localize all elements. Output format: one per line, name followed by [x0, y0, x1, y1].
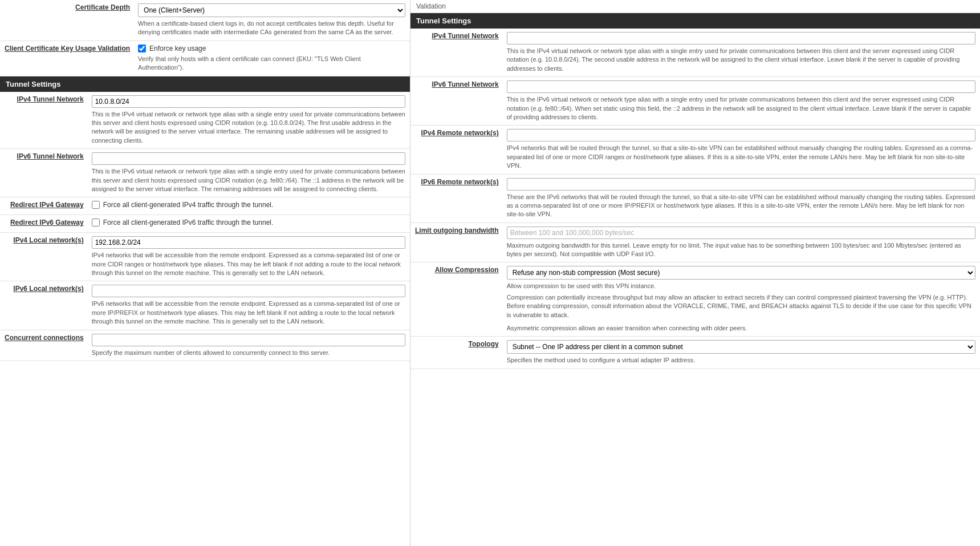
left-ipv4-tunnel-label: IPv4 Tunnel Network	[0, 92, 90, 149]
right-tunnel-settings-table: IPv4 Tunnel Network This is the IPv4 vir…	[410, 29, 980, 369]
left-ipv4-local-label: IPv4 Local network(s)	[0, 233, 90, 281]
right-ipv6-remote-row: IPv6 Remote network(s) These are the IPv…	[410, 174, 980, 223]
left-panel: Certificate Depth One (Client+Server) Wh…	[0, 0, 410, 546]
client-cert-key-row: Client Certificate Key Usage Validation …	[0, 41, 410, 76]
left-ipv4-tunnel-row: IPv4 Tunnel Network This is the IPv4 vir…	[0, 92, 410, 149]
right-ipv4-remote-input[interactable]	[507, 129, 975, 141]
left-redirect-ipv4-field: Force all client-generated IPv4 traffic …	[90, 197, 410, 215]
redirect-ipv6-checkbox-row: Force all client-generated IPv6 traffic …	[92, 219, 405, 227]
left-redirect-ipv6-field: Force all client-generated IPv6 traffic …	[90, 215, 410, 233]
left-ipv4-local-row: IPv4 Local network(s) IPv4 networks that…	[0, 233, 410, 281]
right-allow-compression-help3: Asymmetric compression allows an easier …	[507, 324, 975, 333]
redirect-ipv4-checkbox[interactable]	[92, 201, 100, 209]
left-ipv6-tunnel-row: IPv6 Tunnel Network This is the IPv6 vir…	[0, 149, 410, 197]
cert-depth-select[interactable]: One (Client+Server)	[138, 3, 405, 17]
cert-depth-field: One (Client+Server) When a certificate-b…	[136, 0, 410, 41]
right-allow-compression-label: Allow Compression	[410, 262, 505, 337]
right-topology-field: Subnet -- One IP address per client in a…	[505, 337, 980, 369]
right-allow-compression-help1: Allow compression to be used with this V…	[507, 282, 975, 290]
right-allow-compression-select[interactable]: Refuse any non-stub compression (Most se…	[507, 266, 975, 280]
right-topology-row: Topology Subnet -- One IP address per cl…	[410, 337, 980, 369]
right-ipv6-tunnel-field: This is the IPv6 virtual network or netw…	[505, 77, 980, 126]
right-ipv4-remote-label: IPv4 Remote network(s)	[410, 126, 505, 174]
right-tunnel-settings-header: Tunnel Settings	[410, 13, 980, 29]
left-concurrent-label: Concurrent connections	[0, 330, 90, 361]
right-limit-bandwidth-label: Limit outgoing bandwidth	[410, 223, 505, 262]
right-ipv6-tunnel-help: This is the IPv6 virtual network or netw…	[507, 95, 975, 122]
right-ipv4-tunnel-field: This is the IPv4 virtual network or netw…	[505, 29, 980, 77]
enforce-key-usage-row: Enforce key usage	[138, 45, 405, 52]
right-ipv6-remote-input[interactable]	[507, 178, 975, 191]
left-ipv6-local-field: IPv6 networks that will be accessible fr…	[90, 281, 410, 330]
right-allow-compression-field: Refuse any non-stub compression (Most se…	[505, 262, 980, 337]
left-concurrent-help: Specify the maximum number of clients al…	[92, 349, 405, 357]
right-ipv4-tunnel-label: IPv4 Tunnel Network	[410, 29, 505, 77]
left-redirect-ipv4-row: Redirect IPv4 Gateway Force all client-g…	[0, 197, 410, 215]
right-ipv4-tunnel-help: This is the IPv4 virtual network or netw…	[507, 47, 975, 73]
left-ipv4-local-input[interactable]	[92, 236, 405, 249]
left-ipv6-tunnel-help: This is the IPv6 virtual network or netw…	[92, 167, 405, 193]
right-ipv6-remote-field: These are the IPv6 networks that will be…	[505, 174, 980, 223]
right-ipv6-remote-label: IPv6 Remote network(s)	[410, 174, 505, 223]
left-ipv4-tunnel-input[interactable]	[92, 95, 405, 108]
left-redirect-ipv4-label: Redirect IPv4 Gateway	[0, 197, 90, 215]
client-cert-key-label: Client Certificate Key Usage Validation	[0, 41, 136, 76]
right-topology-label: Topology	[410, 337, 505, 369]
left-ipv6-tunnel-input[interactable]	[92, 152, 405, 165]
right-topology-select[interactable]: Subnet -- One IP address per client in a…	[507, 340, 975, 354]
right-ipv4-tunnel-row: IPv4 Tunnel Network This is the IPv4 vir…	[410, 29, 980, 77]
left-concurrent-row: Concurrent connections Specify the maxim…	[0, 330, 410, 361]
redirect-ipv6-checkbox-label: Force all client-generated IPv6 traffic …	[103, 219, 274, 227]
client-cert-key-help: Verify that only hosts with a client cer…	[138, 55, 405, 72]
right-allow-compression-row: Allow Compression Refuse any non-stub co…	[410, 262, 980, 337]
cert-depth-row: Certificate Depth One (Client+Server) Wh…	[0, 0, 410, 41]
left-ipv4-tunnel-field: This is the IPv4 virtual network or netw…	[90, 92, 410, 149]
right-allow-compression-help2: Compression can potentially increase thr…	[507, 293, 975, 319]
right-panel: Validation Tunnel Settings IPv4 Tunnel N…	[410, 0, 980, 546]
cert-depth-label: Certificate Depth	[0, 0, 136, 41]
left-redirect-ipv6-row: Redirect IPv6 Gateway Force all client-g…	[0, 215, 410, 233]
left-concurrent-input[interactable]	[92, 334, 405, 346]
client-cert-key-field: Enforce key usage Verify that only hosts…	[136, 41, 410, 76]
left-ipv6-local-row: IPv6 Local network(s) IPv6 networks that…	[0, 281, 410, 330]
left-redirect-ipv6-label: Redirect IPv6 Gateway	[0, 215, 90, 233]
cert-depth-help: When a certificate-based client logs in,…	[138, 19, 405, 37]
right-limit-bandwidth-row: Limit outgoing bandwidth Maximum outgoin…	[410, 223, 980, 262]
left-concurrent-field: Specify the maximum number of clients al…	[90, 330, 410, 361]
right-ipv6-remote-help: These are the IPv6 networks that will be…	[507, 193, 975, 219]
right-limit-bandwidth-help: Maximum outgoing bandwidth for this tunn…	[507, 241, 975, 259]
left-ipv4-local-field: IPv4 networks that will be accessible fr…	[90, 233, 410, 281]
right-ipv6-tunnel-label: IPv6 Tunnel Network	[410, 77, 505, 126]
right-ipv4-remote-row: IPv4 Remote network(s) IPv4 networks tha…	[410, 126, 980, 174]
left-ipv6-tunnel-field: This is the IPv6 virtual network or netw…	[90, 149, 410, 197]
left-ipv6-local-label: IPv6 Local network(s)	[0, 281, 90, 330]
redirect-ipv6-checkbox[interactable]	[92, 219, 100, 227]
cert-depth-section: Certificate Depth One (Client+Server) Wh…	[0, 0, 410, 76]
left-ipv4-local-help: IPv4 networks that will be accessible fr…	[92, 251, 405, 277]
left-ipv6-local-input[interactable]	[92, 285, 405, 297]
right-topology-help: Specifies the method used to configure a…	[507, 356, 975, 365]
right-ipv6-tunnel-row: IPv6 Tunnel Network This is the IPv6 vir…	[410, 77, 980, 126]
right-ipv4-tunnel-input[interactable]	[507, 32, 975, 45]
redirect-ipv4-checkbox-label: Force all client-generated IPv4 traffic …	[103, 201, 274, 209]
right-limit-bandwidth-field: Maximum outgoing bandwidth for this tunn…	[505, 223, 980, 262]
left-ipv6-tunnel-label: IPv6 Tunnel Network	[0, 149, 90, 197]
right-ipv6-tunnel-input[interactable]	[507, 80, 975, 93]
right-ipv4-remote-field: IPv4 networks that will be routed throug…	[505, 126, 980, 174]
left-ipv6-local-help: IPv6 networks that will be accessible fr…	[92, 300, 405, 326]
redirect-ipv4-checkbox-row: Force all client-generated IPv4 traffic …	[92, 201, 405, 209]
enforce-key-usage-checkbox[interactable]	[138, 45, 146, 52]
enforce-key-usage-label: Enforce key usage	[149, 45, 206, 52]
right-validation-label: Validation	[410, 0, 980, 13]
right-limit-bandwidth-input[interactable]	[507, 227, 975, 239]
left-ipv4-tunnel-help: This is the IPv4 virtual network or netw…	[92, 110, 405, 145]
right-ipv4-remote-help: IPv4 networks that will be routed throug…	[507, 144, 975, 170]
left-tunnel-settings-header: Tunnel Settings	[0, 76, 410, 92]
left-tunnel-settings-table: IPv4 Tunnel Network This is the IPv4 vir…	[0, 92, 410, 361]
